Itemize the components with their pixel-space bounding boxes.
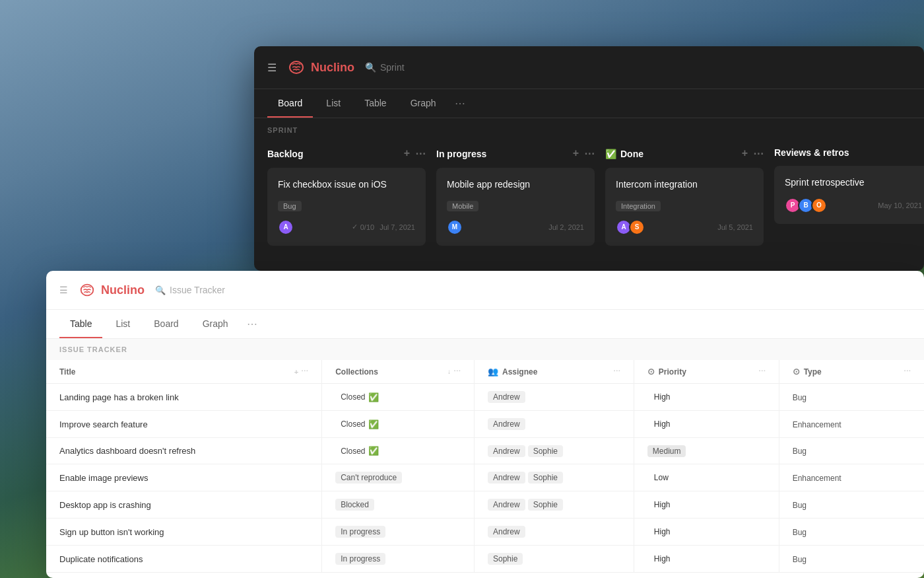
sort-icon[interactable]: ↓	[447, 368, 451, 375]
card-checklist: ✓ 0/10	[352, 223, 374, 231]
card-footer-sprint-retro: P B O May 10, 2021	[785, 198, 922, 213]
issue-search[interactable]: 🔍 Issue Tracker	[155, 285, 225, 295]
issue-window: ☰ Nuclino 🔍 Issue Tracker Table List Boa…	[46, 271, 924, 578]
checklist-count: 0/10	[360, 223, 374, 231]
td-title-1: Improve search feature	[46, 411, 322, 438]
th-collections-more[interactable]: ⋯	[453, 367, 461, 376]
td-collections-3: Can't reproduce	[322, 464, 475, 491]
avatar: O	[811, 198, 827, 213]
column-more-icon-done[interactable]: ⋯	[753, 147, 764, 160]
td-collections-4: Blocked	[322, 491, 475, 519]
search-icon-light: 🔍	[155, 285, 166, 295]
th-title-more[interactable]: ⋯	[301, 367, 308, 376]
column-more-icon-backlog[interactable]: ⋯	[415, 147, 426, 160]
th-type-more[interactable]: ⋯	[904, 367, 911, 376]
checklist-icon: ✓	[352, 223, 358, 231]
table-row[interactable]: Sign up button isn't workingIn progressA…	[46, 519, 924, 546]
issue-search-text: Issue Tracker	[170, 285, 225, 295]
tab-issue-table[interactable]: Table	[59, 310, 102, 338]
hamburger-light-icon[interactable]: ☰	[59, 285, 68, 295]
td-priority-5: High	[634, 519, 779, 546]
search-icon: 🔍	[365, 62, 376, 73]
brain-icon	[287, 58, 306, 77]
card-tag-mobile: Mobile	[447, 201, 478, 211]
th-title: Title + ⋯	[46, 360, 322, 384]
th-assignee: 👥 Assignee ⋯	[474, 360, 634, 384]
td-assignee-5: Andrew	[474, 519, 634, 546]
card-sprint-retro[interactable]: Sprint retrospective P B O May 10, 2021	[774, 166, 924, 224]
type-icon: ⊙	[793, 367, 800, 377]
table-row[interactable]: Enable image previewsCan't reproduceAndr…	[46, 464, 924, 491]
add-card-icon-done[interactable]: +	[742, 147, 748, 160]
issue-section-label: ISSUE TRACKER	[46, 339, 924, 360]
th-priority-more[interactable]: ⋯	[758, 367, 766, 376]
td-priority-4: High	[634, 491, 779, 519]
column-header-reviews: Reviews & retros	[774, 142, 924, 166]
tab-issue-graph[interactable]: Graph	[192, 310, 239, 338]
tab-issue-list[interactable]: List	[105, 310, 141, 338]
td-assignee-2: AndrewSophie	[474, 438, 634, 464]
tab-issue-board[interactable]: Board	[143, 310, 189, 338]
th-priority: ⊙ Priority ⋯	[634, 360, 779, 384]
tab-board[interactable]: Board	[267, 90, 313, 118]
td-assignee-1: Andrew	[474, 411, 634, 438]
sprint-search[interactable]: 🔍 Sprint	[365, 62, 405, 73]
td-priority-0: High	[634, 384, 779, 411]
td-priority-3: Low	[634, 464, 779, 491]
th-type: ⊙ Type ⋯	[779, 360, 924, 384]
table-header: Title + ⋯ Collections ↓ ⋯	[46, 360, 924, 384]
table-row[interactable]: Analytics dashboard doesn't refreshClose…	[46, 438, 924, 464]
add-card-icon-inprogress[interactable]: +	[573, 147, 579, 160]
board-columns: Backlog + ⋯ Fix checkbox issue on iOS Bu…	[254, 142, 924, 246]
td-type-1: Enhancement	[779, 411, 924, 438]
th-priority-label: Priority	[659, 367, 686, 377]
card-date-sprint-retro: May 10, 2021	[878, 201, 922, 209]
td-title-0: Landing page has a broken link	[46, 384, 322, 411]
card-title-intercom: Intercom integration	[616, 178, 753, 192]
td-assignee-0: Andrew	[474, 384, 634, 411]
column-title-reviews: Reviews & retros	[774, 147, 849, 158]
card-tag-bug: Bug	[278, 201, 302, 211]
table-row[interactable]: Duplicate notificationsIn progressSophie…	[46, 546, 924, 573]
card-mobile-redesign[interactable]: Mobile app redesign Mobile M Jul 2, 2021	[436, 168, 595, 246]
more-options-icon[interactable]: ⋯	[449, 89, 471, 118]
td-type-5: Bug	[779, 519, 924, 546]
column-backlog: Backlog + ⋯ Fix checkbox issue on iOS Bu…	[267, 142, 426, 246]
column-header-backlog: Backlog + ⋯	[267, 142, 426, 168]
column-more-icon-inprogress[interactable]: ⋯	[584, 147, 595, 160]
column-title-backlog: Backlog	[267, 149, 303, 159]
hamburger-icon[interactable]: ☰	[267, 61, 277, 74]
card-date-fix-checkbox: Jul 7, 2021	[380, 223, 415, 231]
card-footer-intercom: A S Jul 5, 2021	[616, 219, 753, 235]
td-title-2: Analytics dashboard doesn't refresh	[46, 438, 322, 464]
td-type-2: Bug	[779, 438, 924, 464]
tab-list[interactable]: List	[315, 90, 351, 118]
td-collections-5: In progress	[322, 519, 475, 546]
column-header-inprogress: In progress + ⋯	[436, 142, 595, 168]
td-priority-6: High	[634, 546, 779, 573]
table-row[interactable]: Improve search featureClosed ✅AndrewHigh…	[46, 411, 924, 438]
card-tag-integration: Integration	[616, 201, 661, 211]
th-assignee-more[interactable]: ⋯	[613, 367, 620, 376]
column-title-done: Done	[620, 149, 644, 159]
issue-more-icon[interactable]: ⋯	[242, 310, 263, 338]
td-assignee-3: AndrewSophie	[474, 464, 634, 491]
card-title-mobile-redesign: Mobile app redesign	[447, 178, 584, 192]
sprint-header: ☰ Nuclino 🔍 Sprint	[254, 46, 924, 89]
column-title-inprogress: In progress	[436, 149, 486, 159]
th-collections-label: Collections	[335, 367, 378, 377]
add-card-icon-backlog[interactable]: +	[404, 147, 410, 160]
avatar: A	[278, 219, 294, 235]
issue-logo: Nuclino	[79, 281, 145, 299]
tab-graph[interactable]: Graph	[400, 90, 447, 118]
card-intercom[interactable]: Intercom integration Integration A S Jul…	[605, 168, 764, 246]
table-row[interactable]: Landing page has a broken linkClosed ✅An…	[46, 384, 924, 411]
tab-table[interactable]: Table	[354, 90, 397, 118]
card-fix-checkbox[interactable]: Fix checkbox issue on iOS Bug A ✓ 0/10 J…	[267, 168, 426, 246]
td-assignee-4: AndrewSophie	[474, 491, 634, 519]
td-title-3: Enable image previews	[46, 464, 322, 491]
table-row[interactable]: Desktop app is crashingBlockedAndrewSoph…	[46, 491, 924, 519]
avatar: M	[447, 219, 463, 235]
people-icon: 👥	[488, 367, 498, 377]
add-column-icon[interactable]: +	[294, 368, 298, 376]
